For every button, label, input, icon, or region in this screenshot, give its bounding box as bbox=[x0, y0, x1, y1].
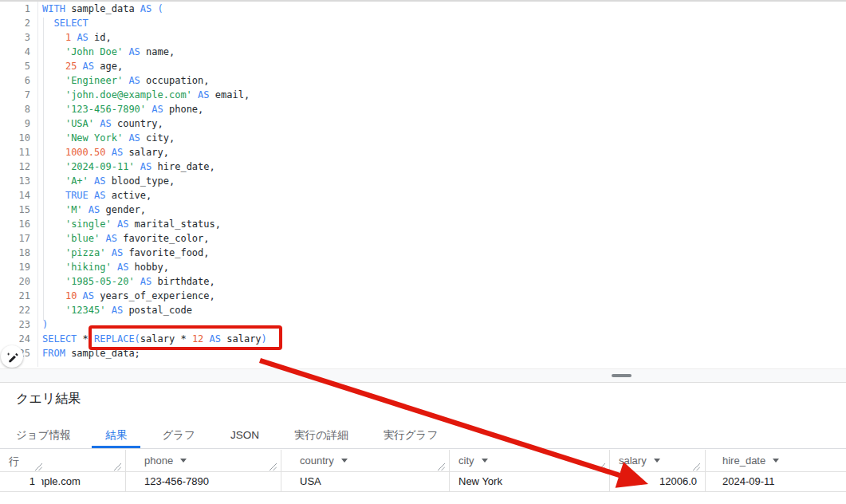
line-number: 16 bbox=[0, 219, 30, 233]
code-text: 'single' AS marital_status, bbox=[42, 219, 221, 233]
code-line[interactable]: 21 10 AS years_of_experience, bbox=[0, 290, 846, 305]
column-header-salary[interactable]: salary bbox=[619, 455, 660, 467]
line-number: 9 bbox=[0, 118, 30, 132]
cell-phone: 123-456-7890 bbox=[144, 475, 209, 487]
tab-job-info[interactable]: ジョブ情報 bbox=[2, 423, 84, 448]
line-number: 17 bbox=[0, 233, 30, 247]
tab-chart[interactable]: グラフ bbox=[148, 423, 208, 448]
line-number: 1 bbox=[0, 3, 30, 18]
code-line[interactable]: 20 '1985-05-20' AS birthdate, bbox=[0, 276, 846, 290]
column-header-phone[interactable]: phone bbox=[144, 455, 187, 467]
code-line[interactable]: 9 'USA' AS country, bbox=[0, 118, 846, 132]
column-divider bbox=[125, 450, 126, 491]
column-header-row-number: 行 bbox=[9, 455, 19, 469]
column-divider bbox=[705, 450, 706, 491]
code-line[interactable]: 16 'single' AS marital_status, bbox=[0, 219, 846, 233]
column-resize-icon[interactable] bbox=[693, 463, 700, 471]
drag-handle-icon[interactable] bbox=[612, 374, 632, 377]
code-lines[interactable]: 1WITH sample_data AS (2 SELECT3 1 AS id,… bbox=[0, 3, 846, 362]
code-text: 'USA' AS country, bbox=[42, 118, 163, 132]
line-number: 13 bbox=[0, 175, 30, 190]
code-line[interactable]: 23) bbox=[0, 319, 846, 333]
code-line[interactable]: 13 'A+' AS blood_type, bbox=[0, 175, 846, 190]
bigquery-query-page: 1WITH sample_data AS (2 SELECT3 1 AS id,… bbox=[0, 0, 846, 504]
code-line[interactable]: 24SELECT * REPLACE(salary * 12 AS salary… bbox=[0, 333, 846, 348]
code-line[interactable]: 14 TRUE AS active, bbox=[0, 190, 846, 204]
code-line[interactable]: 6 'Engineer' AS occupation, bbox=[0, 75, 846, 89]
column-resize-icon[interactable] bbox=[598, 463, 605, 471]
code-text: '1985-05-20' AS birthdate, bbox=[42, 276, 215, 290]
code-text: '12345' AS postal_code bbox=[42, 305, 192, 319]
cell-salary: 12006.0 bbox=[609, 475, 697, 487]
sort-caret-icon[interactable] bbox=[180, 459, 187, 463]
column-resize-icon[interactable] bbox=[270, 463, 277, 471]
tab-json[interactable]: JSON bbox=[217, 423, 273, 448]
code-line[interactable]: 12 '2024-09-11' AS hire_date, bbox=[0, 161, 846, 175]
code-text: 'pizza' AS favorite_food, bbox=[42, 247, 210, 262]
code-line[interactable]: 15 'M' AS gender, bbox=[0, 204, 846, 219]
panel-splitter[interactable] bbox=[0, 368, 846, 383]
code-line[interactable]: 4 'John Doe' AS name, bbox=[0, 46, 846, 61]
line-number: 11 bbox=[0, 147, 30, 161]
code-text: '123-456-7890' AS phone, bbox=[42, 104, 203, 118]
column-header-country[interactable]: country bbox=[300, 455, 348, 467]
code-line[interactable]: 25FROM sample_data; bbox=[0, 348, 846, 362]
ai-edit-pencil-icon[interactable] bbox=[1, 345, 23, 368]
line-number: 12 bbox=[0, 161, 30, 175]
tab-results[interactable]: 結果 bbox=[92, 423, 140, 448]
column-header-hire-date[interactable]: hire_date bbox=[722, 455, 779, 467]
sort-caret-icon[interactable] bbox=[654, 459, 660, 463]
line-number: 6 bbox=[0, 75, 30, 89]
sort-caret-icon[interactable] bbox=[341, 459, 348, 463]
code-text: 'hiking' AS hobby, bbox=[42, 262, 169, 276]
line-number: 21 bbox=[0, 290, 30, 305]
code-text: 'john.doe@example.com' AS email, bbox=[42, 89, 250, 104]
tab-execution-graph[interactable]: 実行グラフ bbox=[370, 423, 451, 448]
code-line[interactable]: 19 'hiking' AS hobby, bbox=[0, 262, 846, 276]
column-resize-icon[interactable] bbox=[35, 463, 42, 471]
code-line[interactable]: 8 '123-456-7890' AS phone, bbox=[0, 104, 846, 118]
line-number: 23 bbox=[0, 319, 30, 333]
row-divider bbox=[0, 491, 846, 492]
code-line[interactable]: 1WITH sample_data AS ( bbox=[0, 3, 846, 18]
cell-row-number: 1 bbox=[0, 475, 35, 487]
column-resize-icon[interactable] bbox=[114, 463, 121, 471]
code-line[interactable]: 17 'blue' AS favorite_color, bbox=[0, 233, 846, 247]
code-text: 1000.50 AS salary, bbox=[42, 147, 169, 161]
results-table: 行 phone country city salary hire_date bbox=[0, 450, 846, 492]
line-number: 8 bbox=[0, 104, 30, 118]
line-number: 15 bbox=[0, 204, 30, 219]
code-line[interactable]: 18 'pizza' AS favorite_food, bbox=[0, 247, 846, 262]
column-header-city[interactable]: city bbox=[458, 455, 488, 467]
code-text: 25 AS age, bbox=[42, 61, 123, 75]
sort-caret-icon[interactable] bbox=[482, 459, 488, 463]
results-tabs: ジョブ情報 結果 グラフ JSON 実行の詳細 実行グラフ bbox=[0, 423, 846, 449]
code-line[interactable]: 10 'New York' AS city, bbox=[0, 132, 846, 147]
line-number: 20 bbox=[0, 276, 30, 290]
results-panel-title: クエリ結果 bbox=[16, 391, 81, 408]
cell-city: New York bbox=[458, 475, 502, 487]
sort-caret-icon[interactable] bbox=[773, 459, 779, 463]
code-line[interactable]: 3 1 AS id, bbox=[0, 32, 846, 46]
column-resize-icon[interactable] bbox=[438, 463, 445, 471]
code-text: 'New York' AS city, bbox=[42, 132, 175, 147]
code-line[interactable]: 7 'john.doe@example.com' AS email, bbox=[0, 89, 846, 104]
code-line[interactable]: 5 25 AS age, bbox=[0, 61, 846, 75]
column-divider bbox=[449, 450, 450, 491]
code-text: 'M' AS gender, bbox=[42, 204, 146, 219]
code-text: 'John Doe' AS name, bbox=[42, 46, 175, 61]
line-number: 3 bbox=[0, 32, 30, 46]
line-number: 19 bbox=[0, 262, 30, 276]
tab-execution-details[interactable]: 実行の詳細 bbox=[281, 423, 362, 448]
line-number: 18 bbox=[0, 247, 30, 262]
line-number: 10 bbox=[0, 132, 30, 147]
header-divider bbox=[0, 471, 846, 472]
query-results-panel: クエリ結果 ジョブ情報 結果 グラフ JSON 実行の詳細 実行グラフ 行 ph… bbox=[0, 383, 846, 504]
code-line[interactable]: 11 1000.50 AS salary, bbox=[0, 147, 846, 161]
code-text: TRUE AS active, bbox=[42, 190, 151, 204]
code-text: ) bbox=[42, 319, 48, 333]
code-line[interactable]: 2 SELECT bbox=[0, 18, 846, 32]
line-number: 14 bbox=[0, 190, 30, 204]
code-line[interactable]: 22 '12345' AS postal_code bbox=[0, 305, 846, 319]
sql-editor[interactable]: 1WITH sample_data AS (2 SELECT3 1 AS id,… bbox=[0, 2, 846, 368]
